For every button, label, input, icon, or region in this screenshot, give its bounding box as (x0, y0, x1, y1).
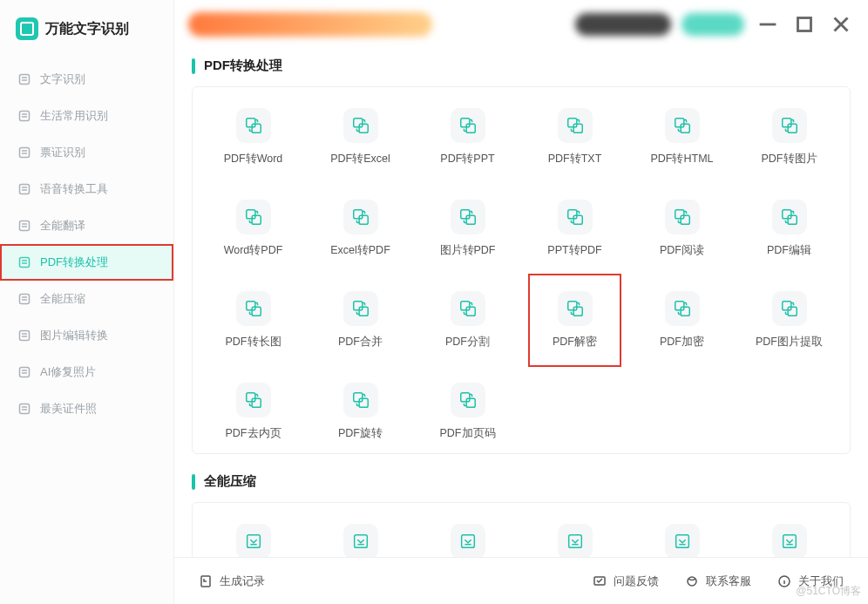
tool-audio-compress[interactable]: 音频压缩 (416, 519, 519, 557)
tool-pdf-to-longimg[interactable]: PDF转长图 (201, 286, 305, 355)
svg-rect-52 (567, 210, 576, 219)
tool-pdf-merge[interactable]: PDF合并 (309, 286, 412, 355)
tool-video-compress[interactable]: 视频压缩 (523, 519, 627, 557)
support-label: 联系客服 (706, 573, 751, 589)
footer-bar: 生成记录 问题反馈 联系客服 关于我们 (174, 557, 868, 604)
history-link[interactable]: 生成记录 (199, 573, 265, 589)
sidebar-item-2[interactable]: 票证识别 (0, 134, 173, 171)
tool-pdf-to-txt[interactable]: PDF转TXT (523, 103, 627, 172)
upgrade-pill[interactable] (682, 13, 744, 36)
tool-word-compress[interactable]: Word压缩 (309, 519, 412, 557)
tool-pdf-decrypt[interactable]: PDF解密 (523, 286, 627, 355)
tool-label: Excel转PDF (330, 243, 390, 258)
svg-rect-39 (466, 124, 475, 132)
promo-banner[interactable] (188, 12, 432, 37)
tool-ppt-to-pdf[interactable]: PPT转PDF (523, 194, 627, 263)
tool-pdf-extract-image[interactable]: PDF图片提取 (737, 286, 841, 355)
sidebar-item-0[interactable]: 文字识别 (0, 61, 173, 98)
svg-rect-9 (20, 185, 30, 194)
excel-to-pdf-icon (343, 200, 378, 234)
pdf-to-image-icon (772, 108, 807, 143)
tool-pdf-encrypt[interactable]: PDF加密 (630, 286, 734, 355)
top-bar (174, 0, 868, 49)
svg-rect-24 (20, 368, 30, 377)
tool-pdf-to-word[interactable]: PDF转Word (201, 103, 305, 172)
sidebar-item-label: PDF转换处理 (40, 254, 108, 270)
sidebar-item-9[interactable]: 最美证件照 (0, 390, 173, 427)
pdf-to-word-icon (236, 108, 271, 143)
main-panel: PDF转换处理PDF转WordPDF转ExcelPDF转PPTPDF转TXTPD… (174, 0, 868, 604)
tool-ppt-compress[interactable]: PPT压缩 (737, 519, 841, 557)
pdf-remove-page-icon (236, 383, 271, 417)
tool-img-compress[interactable]: 图片压缩 (201, 519, 305, 557)
svg-rect-61 (359, 307, 368, 316)
svg-rect-54 (675, 210, 683, 219)
sidebar-item-4[interactable]: 全能翻译 (0, 207, 173, 244)
tool-label: PDF转TXT (548, 152, 602, 166)
svg-rect-48 (353, 210, 362, 219)
sidebar-item-8[interactable]: AI修复照片 (0, 354, 173, 390)
svg-rect-15 (20, 258, 30, 268)
tool-grid: PDF转WordPDF转ExcelPDF转PPTPDF转TXTPDF转HTMLP… (201, 103, 841, 446)
pdf-convert-icon (17, 255, 31, 269)
tool-label: PDF去内页 (226, 426, 281, 441)
logo-mark-icon (16, 17, 38, 40)
tool-label: PDF转Excel (330, 152, 390, 166)
image-to-pdf-icon (451, 200, 485, 234)
sidebar-item-label: 图片编辑转换 (40, 328, 108, 343)
translate-icon (17, 219, 31, 233)
svg-rect-59 (252, 307, 261, 316)
sidebar-item-6[interactable]: 全能压缩 (0, 281, 173, 317)
tool-pdf-read[interactable]: PDF阅读 (630, 194, 734, 263)
sidebar-item-7[interactable]: 图片编辑转换 (0, 317, 173, 354)
tool-word-to-pdf[interactable]: Word转PDF (201, 194, 305, 263)
svg-rect-38 (460, 119, 469, 127)
sidebar-item-label: 全能翻译 (40, 218, 85, 234)
tool-pdf-edit[interactable]: PDF编辑 (737, 194, 841, 263)
ticket-recognition-icon (17, 146, 31, 159)
svg-rect-49 (359, 215, 368, 224)
audio-compress-icon (451, 524, 485, 557)
pdf-to-ppt-icon (451, 108, 485, 143)
tool-pdf-compress[interactable]: PDF压缩 (630, 519, 734, 557)
app-title: 万能文字识别 (45, 20, 129, 38)
svg-rect-12 (20, 221, 30, 231)
maximize-button[interactable] (791, 11, 817, 37)
tool-pdf-to-html[interactable]: PDF转HTML (630, 103, 734, 172)
svg-rect-80 (461, 535, 474, 548)
img-compress-icon (236, 524, 271, 557)
pdf-edit-icon (772, 200, 807, 234)
tool-excel-to-pdf[interactable]: Excel转PDF (309, 194, 412, 263)
feedback-link[interactable]: 问题反馈 (593, 573, 659, 589)
tool-label: PDF转Word (224, 152, 283, 166)
tool-label: PDF合并 (338, 335, 383, 350)
sidebar-item-1[interactable]: 生活常用识别 (0, 98, 173, 134)
feedback-label: 问题反馈 (614, 573, 659, 589)
tool-pdf-rotate[interactable]: PDF旋转 (309, 377, 412, 446)
tool-pdf-pagenum[interactable]: PDF加页码 (416, 377, 519, 446)
tool-pdf-to-ppt[interactable]: PDF转PPT (416, 103, 519, 172)
svg-rect-42 (675, 119, 683, 127)
life-recognition-icon (17, 109, 31, 123)
sidebar-item-3[interactable]: 语音转换工具 (0, 171, 173, 207)
text-recognition-icon (17, 72, 31, 86)
account-pill[interactable] (575, 13, 671, 36)
sidebar-item-label: 全能压缩 (40, 291, 85, 307)
tool-image-to-pdf[interactable]: 图片转PDF (416, 194, 519, 263)
tool-pdf-to-excel[interactable]: PDF转Excel (309, 103, 412, 172)
svg-rect-47 (252, 215, 261, 224)
tool-pdf-split[interactable]: PDF分割 (416, 286, 519, 355)
close-button[interactable] (828, 11, 854, 37)
tool-pdf-remove-page[interactable]: PDF去内页 (201, 377, 305, 446)
tool-label: 图片转PDF (440, 243, 496, 258)
minimize-button[interactable] (755, 11, 781, 37)
tool-label: PDF阅读 (660, 243, 704, 258)
sidebar-item-5[interactable]: PDF转换处理 (0, 244, 173, 281)
sidebar-item-label: 生活常用识别 (40, 108, 108, 124)
tool-label: PPT转PDF (547, 243, 601, 258)
support-link[interactable]: 联系客服 (685, 573, 751, 589)
svg-rect-65 (573, 307, 582, 316)
audio-convert-icon (17, 182, 31, 196)
tool-label: PDF旋转 (338, 426, 383, 441)
tool-pdf-to-image[interactable]: PDF转图片 (737, 103, 841, 172)
